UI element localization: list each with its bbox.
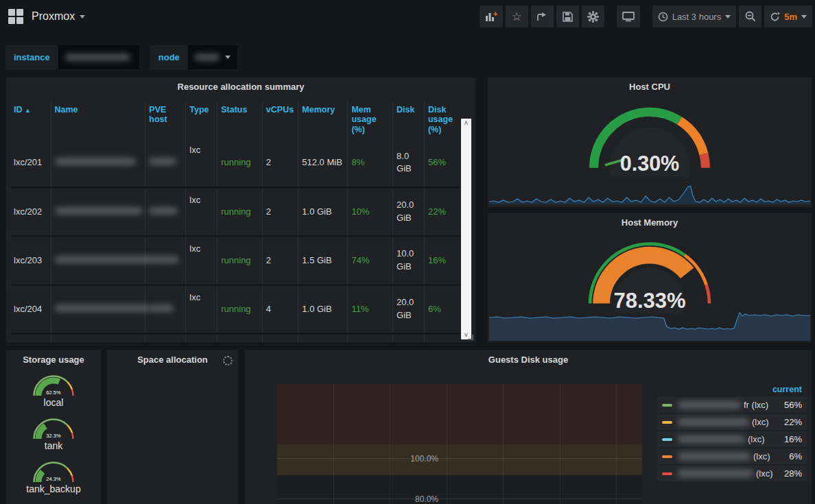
chevron-down-icon [801,15,807,19]
redacted-name [55,304,150,312]
panel-guests-disk-usage: Guests Disk usage 100.0% 80.0% 60.0% cur… [244,350,812,504]
grafana-dashboard: Proxmox + ☆ [0,0,815,504]
redacted-pve-host [149,256,179,263]
guests-disk-legend: current fr (lxc) 56% (lxc) 22% (lxc) 16% [657,385,807,483]
time-range-picker[interactable]: Last 3 hours [652,5,737,27]
table-scrollbar[interactable]: ˄ ˅ [461,119,471,339]
redacted-series-name [678,435,745,443]
variable-instance: instance [5,45,139,69]
host-cpu-sparkline [489,178,810,206]
zoom-out-icon [745,11,756,22]
legend-current-value: 6% [789,451,802,461]
legend-current-value: 28% [784,468,802,479]
redacted-name [55,158,136,165]
monitor-icon [622,12,635,22]
legend-current-value: 22% [784,417,802,427]
dashboard-title: Proxmox [32,10,75,23]
series-color-icon [662,438,672,441]
col-header-status[interactable]: Status [217,101,263,139]
panel-title[interactable]: Guests Disk usage [245,350,812,368]
legend-item[interactable]: (lxc) 16% [657,431,807,447]
save-button[interactable] [556,5,579,27]
tv-mode-button[interactable] [617,5,640,27]
variable-node-label: node [150,45,188,69]
loading-spinner-icon [223,356,233,365]
gauge-value: 24.3% [46,476,61,482]
storage-gauge-tank-backup: 24.3% tank_backup [26,457,80,494]
storage-gauge-local: 62.5% local [31,371,76,408]
share-button[interactable] [531,5,554,27]
variable-instance-label: instance [5,45,58,69]
panel-title[interactable]: Host CPU [488,77,812,95]
col-header-vcpus[interactable]: vCPUs [262,101,298,139]
time-range-label: Last 3 hours [672,12,722,22]
panel-title[interactable]: Space allocation [107,350,238,368]
redacted-value [195,53,220,61]
gauge-label: local [44,397,64,408]
panel-resource-allocation: Resource allocation summary ID ▲ Name PV… [5,77,476,343]
variable-instance-value-dropdown[interactable] [58,45,139,69]
share-icon [536,12,547,22]
redacted-pve-host [149,207,178,215]
host-memory-sparkline [489,309,810,341]
refresh-icon [770,12,780,22]
add-panel-button[interactable]: + [480,5,503,27]
table-row: lxc/201 lxc running 2 512.0 MiB 8% 8.0 G… [10,139,460,187]
navbar-actions: + ☆ [480,5,812,27]
legend-item[interactable]: (lxc) 6% [657,448,807,464]
legend-item[interactable]: (lxc) 28% [657,466,807,481]
gauge-value: 32.3% [46,433,61,439]
table-row: lxc/204 lxc running 4 1.0 GiB 11% 20.0 G… [10,285,460,333]
panel-title[interactable]: Host Memory [488,213,812,231]
redacted-series-name [678,470,753,477]
col-header-disk[interactable]: Disk [393,101,425,139]
redacted-value [65,53,130,61]
navbar: Proxmox + ☆ [0,0,815,33]
zoom-out-button[interactable] [739,5,761,27]
panel-host-memory: Host Memory 78.33% [487,213,812,343]
variable-node: node [150,45,237,69]
refresh-picker[interactable]: 5m [764,5,812,27]
guests-disk-plot [277,384,642,504]
panel-resize-handle[interactable] [468,335,473,340]
storage-gauges: 62.5% local 32.3% tank [6,371,101,494]
redacted-pve-host [149,304,174,312]
panel-storage-usage: Storage usage 62.5% local 32.3% [5,350,102,504]
col-header-mem-usage[interactable]: Mem usage (%) [348,101,393,139]
variable-node-value-dropdown[interactable] [188,45,237,69]
col-header-pve-host[interactable]: PVE host [145,101,186,139]
col-header-id[interactable]: ID ▲ [10,101,51,139]
panel-title[interactable]: Resource allocation summary [6,77,475,95]
panel-space-allocation: Space allocation [106,350,239,504]
chevron-down-icon [80,15,85,19]
col-header-disk-usage[interactable]: Disk usage (%) [424,101,460,139]
col-header-type[interactable]: Type [186,101,217,139]
gear-icon [587,11,599,23]
sort-asc-icon: ▲ [25,107,31,114]
gauge-label: tank [45,440,62,451]
redacted-series-name [678,418,749,426]
host-cpu-gauge: 0.30% [580,97,720,180]
scroll-up-icon[interactable]: ˄ [461,119,471,127]
panel-title[interactable]: Storage usage [6,350,101,368]
col-header-memory[interactable]: Memory [298,101,348,139]
refresh-interval-label: 5m [784,12,797,22]
series-color-icon [662,472,672,475]
series-color-icon [662,455,672,458]
col-header-name[interactable]: Name [51,101,145,139]
legend-item[interactable]: fr (lxc) 56% [657,397,807,413]
table-row: lxc/203 lxc running 2 1.5 GiB 74% 10.0 G… [10,236,460,285]
legend-current-header[interactable]: current [657,385,807,394]
bar-chart-add-icon: + [485,11,497,22]
settings-button[interactable] [582,5,604,27]
table-header-row: ID ▲ Name PVE host Type Status vCPUs Mem… [10,101,460,139]
star-button[interactable]: ☆ [506,5,528,27]
main-menu-icon[interactable] [8,9,23,24]
save-icon [563,12,573,22]
dashboard-variables: instance node [5,45,237,69]
legend-item[interactable]: (lxc) 22% [657,414,807,430]
resource-table: ID ▲ Name PVE host Type Status vCPUs Mem… [10,101,460,342]
legend-current-value: 56% [784,400,802,410]
dashboard-title-dropdown[interactable]: Proxmox [32,10,85,23]
host-memory-gauge: 78.33% [578,231,721,316]
